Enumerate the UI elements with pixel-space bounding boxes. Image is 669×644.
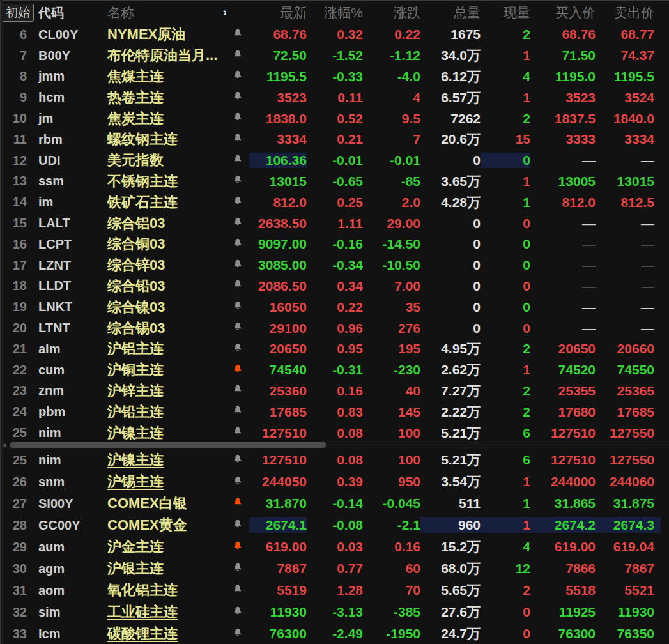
current-volume-cell: 4 (481, 539, 530, 555)
alert-bell-icon[interactable] (233, 364, 243, 374)
alert-bell-icon[interactable] (233, 300, 243, 311)
alert-bell-icon[interactable] (233, 217, 243, 227)
table-row[interactable]: 10jm焦炭主连1838.00.529.5726221837.51840.0 (0, 108, 669, 129)
table-row[interactable]: 29aum沪金主连619.000.030.1615.2万4619.00619.0… (0, 536, 669, 558)
table-row[interactable]: 15LALT综合铝032638.501.1129.0000—— (0, 213, 669, 234)
change-cell: 70 (363, 583, 420, 598)
total-volume-cell: 4.95万 (420, 340, 481, 358)
table-row[interactable]: 26snm沪锡主连2440500.399503.54万1244000244060 (0, 471, 669, 493)
alert-bell-icon[interactable] (233, 195, 243, 206)
column-header-change-pct[interactable]: 涨幅% (307, 4, 363, 22)
alert-bell-icon[interactable] (233, 321, 243, 332)
table-row[interactable]: 21alm沪铝主连206500.951954.95万22065020660 (0, 339, 669, 360)
table-row[interactable]: 25nim沪镍主连1275100.081005.21万6127510127550 (0, 422, 669, 441)
alert-bell-icon[interactable] (233, 519, 243, 530)
instrument-code: cum (36, 363, 100, 378)
column-header-last[interactable]: 最新 (249, 4, 307, 22)
column-header-volume[interactable]: 总量 (420, 4, 481, 22)
last-price-cell: 3523 (249, 90, 307, 105)
table-row[interactable]: 11rbm螺纹钢主连33340.21720.6万1533333334 (0, 129, 669, 150)
column-header-initial[interactable]: 初始 (0, 4, 36, 22)
table-row[interactable]: 14im铁矿石主连812.00.252.04.28万1812.0812.5 (0, 192, 669, 213)
bid-price-cell: 68.76 (530, 27, 596, 42)
column-header-change[interactable]: 涨跌 (363, 4, 420, 22)
alert-bell-icon[interactable] (233, 497, 243, 508)
instrument-name: NYMEX原油 (100, 25, 226, 44)
total-volume-cell: 0 (420, 153, 481, 168)
table-row[interactable]: 33lcm碳酸锂主连76300-2.49-195024.7万0763007635… (0, 623, 669, 644)
alert-bell-icon[interactable] (233, 562, 243, 573)
alert-bell-icon[interactable] (233, 426, 243, 437)
alert-bell-icon[interactable] (233, 238, 243, 249)
alert-bell-icon[interactable] (233, 405, 243, 416)
table-row[interactable]: 28GC00YCOMEX黄金2674.1-0.08-2.196012674.22… (0, 514, 669, 536)
alert-bell-icon[interactable] (233, 133, 243, 144)
bid-price-cell: 74520 (530, 362, 596, 378)
table-row[interactable]: 17LZNT综合锌033085.00-0.34-10.5000—— (0, 255, 669, 276)
column-header-bid[interactable]: 买入价 (530, 4, 596, 22)
table-row[interactable]: 24pbm沪铅主连176850.831452.22万21768017685 (0, 401, 669, 422)
total-volume-cell: 15.2万 (420, 538, 481, 556)
table-row[interactable]: 31aom氧化铝主连55191.28705.65万255185521 (0, 579, 669, 601)
column-header-ask[interactable]: 卖出价 (596, 4, 661, 22)
instrument-name: 工业硅主连 (100, 602, 226, 622)
alert-bell-icon[interactable] (233, 342, 243, 353)
ask-price-cell: 76350 (596, 626, 661, 641)
instrument-code: alm (36, 342, 100, 356)
table-row[interactable]: 9hcm热卷主连35230.1146.57万135233524 (0, 87, 669, 108)
alert-bell-icon[interactable] (233, 627, 243, 638)
alert-bell-icon[interactable] (233, 112, 243, 123)
alert-bell-icon[interactable] (233, 70, 243, 80)
alert-bell-cell (226, 405, 249, 418)
alert-bell-icon[interactable] (233, 606, 243, 617)
table-row[interactable]: 8jmm焦煤主连1195.5-0.33-4.06.12万41195.01195.… (0, 66, 669, 88)
alert-bell-icon[interactable] (233, 384, 243, 395)
alert-bell-icon[interactable] (233, 584, 243, 595)
table-row[interactable]: 13ssm不锈钢主连13015-0.65-853.65万11300513015 (0, 171, 669, 192)
change-cell: -0.045 (363, 496, 420, 511)
scrollbar-thumb[interactable] (10, 442, 326, 448)
bid-price-cell: 17680 (530, 404, 596, 420)
change-percent-cell: -1.52 (307, 48, 363, 63)
initial-sort-button[interactable]: 初始 (2, 4, 34, 22)
table-row[interactable]: 16LCPT综合铜039097.00-0.16-14.5000—— (0, 234, 669, 255)
alert-bell-icon[interactable] (233, 259, 243, 270)
alert-bell-cell (226, 300, 249, 314)
column-header-current-volume[interactable]: 现量 (481, 4, 530, 22)
instrument-name: 热卷主连 (100, 88, 226, 107)
table-row[interactable]: 30agm沪银主连78670.776068.0万1278667867 (0, 558, 669, 579)
table-row[interactable]: 6CL00YNYMEX原油68.760.320.221675268.7668.7… (0, 24, 669, 45)
alert-bell-icon[interactable] (233, 454, 243, 464)
table-row[interactable]: 18LLDT综合铅032086.500.347.0000—— (0, 276, 669, 297)
table-row[interactable]: 7B00Y布伦特原油当月...72.50-1.52-1.1234.0万171.5… (0, 45, 669, 66)
column-header-code[interactable]: 代码 (36, 4, 100, 22)
table-row[interactable]: 22cum沪铜主连74540-0.31-2302.62万17452074550 (0, 360, 669, 381)
alert-bell-icon[interactable] (233, 174, 243, 185)
last-price-cell: 7867 (249, 561, 307, 576)
change-cell: 100 (363, 452, 420, 468)
alert-bell-cell (226, 133, 249, 146)
alert-bell-icon[interactable] (233, 154, 243, 165)
table-row[interactable]: 25nim沪镍主连1275100.081005.21万6127510127550 (0, 449, 669, 471)
table-row[interactable]: 32sim工业硅主连11930-3.13-38527.6万01192511930 (0, 601, 669, 623)
horizontal-scrollbar[interactable] (0, 441, 669, 449)
alert-bell-icon[interactable] (233, 28, 243, 39)
last-price-cell: 244050 (249, 474, 307, 489)
header-icon-group: * ● (224, 6, 226, 19)
alert-bell-cell (226, 475, 249, 489)
alert-bell-icon[interactable] (233, 279, 243, 290)
table-row[interactable]: 12UDI美元指数106.36-0.01-0.0100—— (0, 150, 669, 171)
current-volume-cell: 2 (481, 583, 530, 598)
column-header-name[interactable]: 名称 * ● (100, 4, 226, 22)
change-percent-cell: 0.77 (307, 561, 363, 576)
change-percent-cell: 0.34 (307, 279, 363, 294)
alert-bell-icon[interactable] (233, 91, 243, 102)
alert-bell-icon[interactable] (233, 475, 243, 486)
alert-bell-icon[interactable] (233, 49, 243, 60)
table-row[interactable]: 27SI00YCOMEX白银31.870-0.14-0.045511131.86… (0, 493, 669, 514)
table-row[interactable]: 23znm沪锌主连253600.16407.27万22535525365 (0, 381, 669, 402)
table-row[interactable]: 19LNKT综合镍03160500.223500—— (0, 296, 669, 318)
alert-bell-icon[interactable] (233, 540, 243, 551)
table-row[interactable]: 20LTNT综合锡03291000.9627600—— (0, 318, 669, 339)
change-percent-cell: 0.16 (307, 383, 363, 399)
